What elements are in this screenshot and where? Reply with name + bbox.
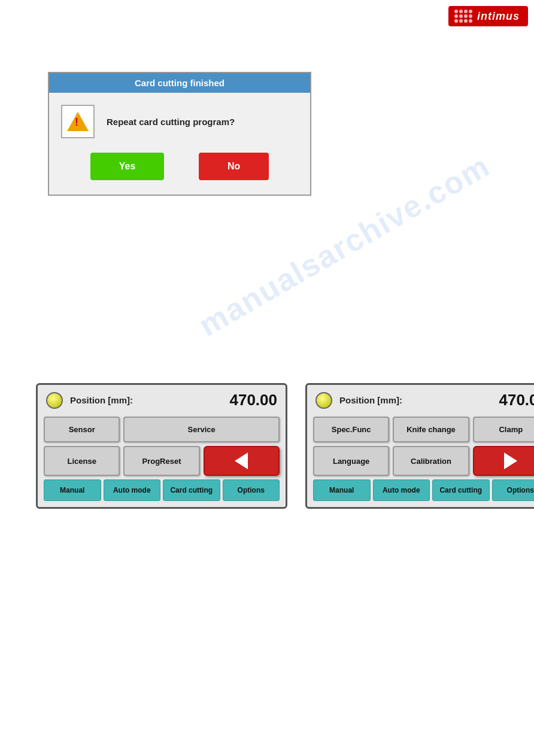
left-options-button[interactable]: Options [223, 479, 280, 501]
left-bottom-nav: Manual Auto mode Card cutting Options [44, 479, 280, 501]
left-second-row: License ProgReset [44, 446, 280, 476]
right-bottom-nav: Manual Auto mode Card cutting Options [313, 479, 534, 501]
right-status-light [315, 392, 332, 409]
back-arrow-button[interactable] [204, 446, 280, 476]
dialog-buttons: Yes No [61, 153, 298, 180]
left-control-panel: Position [mm]: 470.00 Sensor Service Lic… [36, 383, 287, 509]
left-position-label: Position [mm]: [70, 395, 133, 405]
license-button[interactable]: License [44, 446, 120, 476]
arrow-left-icon [235, 453, 248, 469]
specfunc-button[interactable]: Spec.Func [313, 417, 389, 442]
language-button[interactable]: Language [313, 446, 389, 476]
dialog-body: Repeat card cutting program? Yes No [49, 93, 310, 195]
warning-icon-container [61, 105, 95, 138]
left-main-buttons: Sensor Service [44, 417, 280, 442]
forward-arrow-button[interactable] [473, 446, 534, 476]
logo-dots [454, 10, 472, 23]
no-button[interactable]: No [199, 153, 269, 180]
right-panel-header: Position [mm]: 470.00 [313, 391, 534, 409]
yes-button[interactable]: Yes [90, 153, 165, 180]
dialog-title-bar: Card cutting finished [49, 73, 310, 93]
right-automode-button[interactable]: Auto mode [373, 479, 430, 501]
panels-row: Position [mm]: 470.00 Sensor Service Lic… [36, 383, 534, 509]
dialog-content-row: Repeat card cutting program? [61, 105, 298, 138]
left-panel-header: Position [mm]: 470.00 [44, 391, 280, 409]
left-position-value: 470.00 [229, 391, 277, 409]
card-cutting-dialog: Card cutting finished Repeat card cuttin… [48, 72, 311, 196]
clamp-button[interactable]: Clamp [473, 417, 534, 442]
right-main-buttons: Spec.Func Knife change Clamp [313, 417, 534, 442]
right-position-label: Position [mm]: [339, 395, 402, 405]
knife-change-button[interactable]: Knife change [393, 417, 469, 442]
right-position-value: 470.00 [499, 391, 534, 409]
arrow-right-icon [504, 453, 517, 469]
left-manual-button[interactable]: Manual [44, 479, 101, 501]
right-manual-button[interactable]: Manual [313, 479, 371, 501]
calibration-button[interactable]: Calibration [393, 446, 469, 476]
left-status-light [46, 392, 63, 409]
right-cardcutting-button[interactable]: Card cutting [432, 479, 490, 501]
left-automode-button[interactable]: Auto mode [104, 479, 161, 501]
intimus-logo: intimus [448, 6, 528, 26]
service-button[interactable]: Service [123, 417, 280, 442]
progreset-button[interactable]: ProgReset [123, 446, 199, 476]
dialog-message: Repeat card cutting program? [107, 117, 235, 127]
left-cardcutting-button[interactable]: Card cutting [163, 479, 220, 501]
warning-triangle-icon [67, 112, 89, 131]
sensor-button[interactable]: Sensor [44, 417, 120, 442]
right-control-panel: Position [mm]: 470.00 Spec.Func Knife ch… [305, 383, 534, 509]
right-options-button[interactable]: Options [492, 479, 535, 501]
logo-text: intimus [477, 10, 520, 23]
dialog-title: Card cutting finished [135, 78, 224, 88]
right-second-row: Language Calibration [313, 446, 534, 476]
